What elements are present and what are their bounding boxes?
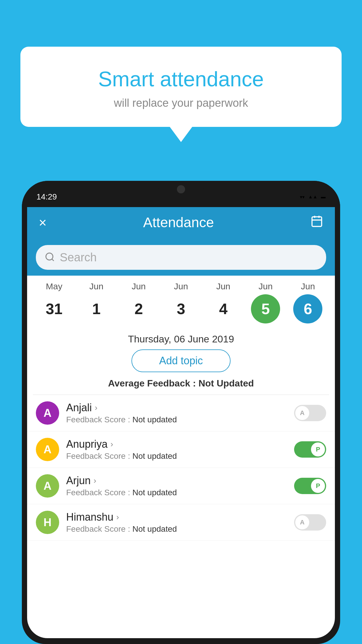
cal-day: 4 <box>209 294 238 323</box>
search-icon <box>45 252 55 263</box>
student-item[interactable]: AArjun ›Feedback Score : Not updatedP <box>27 468 335 504</box>
toggle-thumb: P <box>311 442 325 456</box>
toggle-container[interactable]: P <box>294 478 326 494</box>
student-item[interactable]: AAnjali ›Feedback Score : Not updatedA <box>27 395 335 431</box>
phone-status-bar: 14:29 ▾▾ ▲▲ ▬ <box>22 181 340 207</box>
status-time: 14:29 <box>36 192 57 202</box>
feedback-score: Feedback Score : Not updated <box>66 415 287 424</box>
phone-camera <box>177 185 185 193</box>
student-avatar: A <box>36 401 59 425</box>
student-info: Anjali ›Feedback Score : Not updated <box>66 402 287 424</box>
feedback-value: Not updated <box>132 452 177 461</box>
close-button[interactable]: × <box>39 215 47 230</box>
cal-day: 1 <box>82 294 111 323</box>
cal-item-1[interactable]: Jun1 <box>79 281 114 323</box>
cal-month: Jun <box>301 281 315 291</box>
cal-day: 3 <box>166 294 196 323</box>
attendance-toggle[interactable]: A <box>294 405 326 421</box>
cal-day: 2 <box>124 294 153 323</box>
toggle-container[interactable]: P <box>294 441 326 458</box>
feedback-score: Feedback Score : Not updated <box>66 524 287 534</box>
cal-month: Jun <box>174 281 188 291</box>
battery-icon: ▬ <box>321 194 326 200</box>
chevron-icon: › <box>116 512 119 522</box>
selected-date: Thursday, 06 June 2019 <box>27 326 335 349</box>
avg-feedback-label: Average Feedback : <box>108 378 196 388</box>
calendar-icon[interactable] <box>310 215 323 230</box>
add-topic-button[interactable]: Add topic <box>131 349 231 372</box>
feedback-value: Not updated <box>132 488 177 497</box>
svg-rect-0 <box>312 217 321 226</box>
student-avatar: A <box>36 438 59 461</box>
app-header: × Attendance <box>27 206 335 239</box>
cal-item-31[interactable]: May31 <box>37 281 72 323</box>
cal-item-6[interactable]: Jun6 <box>290 281 325 323</box>
cal-month: Jun <box>132 281 146 291</box>
avg-feedback-value: Not Updated <box>198 378 254 388</box>
student-avatar: H <box>36 511 59 534</box>
student-info: Himanshu ›Feedback Score : Not updated <box>66 511 287 534</box>
search-container: Search <box>27 239 335 276</box>
phone-frame: 14:29 ▾▾ ▲▲ ▬ × Attendance <box>22 181 340 644</box>
feedback-value: Not updated <box>132 524 177 533</box>
cal-day: 31 <box>40 294 69 323</box>
student-item[interactable]: HHimanshu ›Feedback Score : Not updatedA <box>27 504 335 541</box>
cal-month: Jun <box>89 281 103 291</box>
wifi-icon: ▾▾ <box>300 194 305 200</box>
cal-month: May <box>46 281 62 291</box>
toggle-thumb: A <box>295 515 309 529</box>
search-placeholder: Search <box>60 251 97 264</box>
toggle-thumb: A <box>295 406 309 420</box>
feedback-score: Feedback Score : Not updated <box>66 488 287 497</box>
cal-item-4[interactable]: Jun4 <box>206 281 241 323</box>
student-info: Arjun ›Feedback Score : Not updated <box>66 475 287 497</box>
student-name: Arjun › <box>66 475 287 487</box>
svg-point-4 <box>46 253 53 260</box>
speech-bubble: Smart attendance will replace your paper… <box>20 47 342 127</box>
chevron-icon: › <box>95 403 97 412</box>
cal-item-5[interactable]: Jun5 <box>248 281 283 323</box>
chevron-icon: › <box>94 476 96 485</box>
cal-item-3[interactable]: Jun3 <box>164 281 198 323</box>
feedback-score: Feedback Score : Not updated <box>66 452 287 461</box>
student-avatar: A <box>36 474 59 498</box>
app-title: Attendance <box>143 214 214 230</box>
student-info: Anupriya ›Feedback Score : Not updated <box>66 438 287 461</box>
cal-month: Jun <box>216 281 230 291</box>
chevron-icon: › <box>110 440 113 449</box>
bubble-subtitle: will replace your paperwork <box>38 97 324 109</box>
search-bar[interactable]: Search <box>36 245 326 270</box>
signal-icon: ▲▲ <box>308 194 317 200</box>
cal-month: Jun <box>259 281 273 291</box>
student-item[interactable]: AAnupriya ›Feedback Score : Not updatedP <box>27 431 335 468</box>
attendance-toggle[interactable]: P <box>294 441 326 458</box>
toggle-thumb: P <box>311 479 325 493</box>
student-name: Anjali › <box>66 402 287 414</box>
bubble-title: Smart attendance <box>38 67 324 91</box>
attendance-toggle[interactable]: A <box>294 514 326 531</box>
cal-day: 5 <box>251 294 280 323</box>
cal-item-2[interactable]: Jun2 <box>121 281 156 323</box>
toggle-container[interactable]: A <box>294 514 326 531</box>
app-screen: × Attendance Search <box>27 206 335 638</box>
cal-day: 6 <box>293 294 322 323</box>
student-name: Himanshu › <box>66 511 287 523</box>
svg-line-5 <box>52 259 54 261</box>
toggle-container[interactable]: A <box>294 405 326 421</box>
attendance-toggle[interactable]: P <box>294 478 326 494</box>
student-list: AAnjali ›Feedback Score : Not updatedAAA… <box>27 395 335 541</box>
status-icons: ▾▾ ▲▲ ▬ <box>300 194 326 200</box>
avg-feedback: Average Feedback : Not Updated <box>27 378 335 389</box>
calendar-strip: May31Jun1Jun2Jun3Jun4Jun5Jun6 <box>27 276 335 326</box>
speech-bubble-container: Smart attendance will replace your paper… <box>20 47 342 127</box>
student-name: Anupriya › <box>66 438 287 450</box>
feedback-value: Not updated <box>132 415 177 424</box>
